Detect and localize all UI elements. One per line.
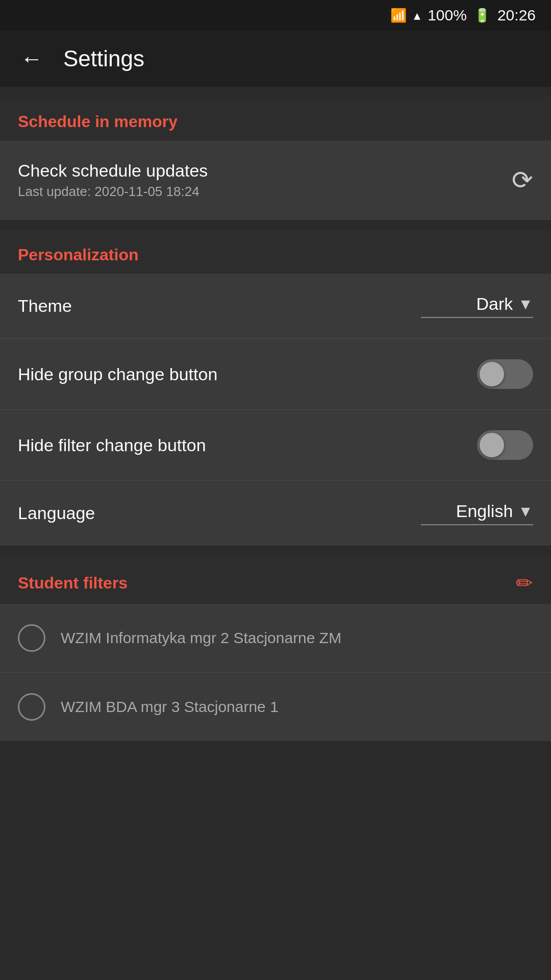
edit-filters-icon[interactable]: ✏: [516, 571, 533, 595]
language-dropdown[interactable]: English ▼: [421, 501, 533, 525]
filter-label-2: WZIM BDA mgr 3 Stacjonarne 1: [61, 698, 533, 716]
filter-radio-2[interactable]: [18, 693, 45, 721]
battery-icon: 🔋: [474, 8, 490, 23]
student-filters-section-header: Student filters ✏: [0, 556, 551, 604]
hide-filter-title: Hide filter change button: [18, 435, 477, 455]
check-schedule-title: Check schedule updates: [18, 161, 512, 181]
hide-group-toggle-thumb: [480, 362, 504, 386]
hide-group-title: Hide group change button: [18, 364, 477, 384]
time-text: 20:26: [497, 7, 536, 24]
schedule-settings-group: Check schedule updates Last update: 2020…: [0, 140, 551, 220]
theme-value: Dark: [477, 294, 513, 314]
language-dropdown-arrow: ▼: [518, 503, 533, 520]
page-title: Settings: [63, 46, 144, 71]
check-schedule-left: Check schedule updates Last update: 2020…: [18, 161, 512, 200]
theme-dropdown-arrow: ▼: [518, 296, 533, 313]
filter-label-1: WZIM Informatyka mgr 2 Stacjonarne ZM: [61, 629, 533, 647]
theme-left: Theme: [18, 296, 421, 316]
hide-group-toggle-track: [477, 359, 533, 389]
personalization-section-title: Personalization: [18, 246, 533, 264]
language-left: Language: [18, 503, 421, 523]
hide-group-left: Hide group change button: [18, 364, 477, 384]
wifi-icon: 📶: [390, 8, 407, 23]
app-bar: ← Settings: [0, 31, 551, 87]
gap-3: [0, 546, 551, 556]
battery-text: 100%: [428, 7, 467, 24]
hide-filter-toggle-thumb: [480, 433, 504, 457]
check-schedule-updates-item[interactable]: Check schedule updates Last update: 2020…: [0, 140, 551, 220]
personalization-section-header: Personalization: [0, 230, 551, 274]
hide-filter-toggle[interactable]: [477, 430, 533, 460]
hide-group-item[interactable]: Hide group change button: [0, 339, 551, 410]
schedule-section-header: Schedule in memory: [0, 97, 551, 140]
schedule-section-title: Schedule in memory: [18, 112, 533, 131]
gap-1: [0, 87, 551, 97]
language-value: English: [456, 501, 513, 521]
hide-filter-left: Hide filter change button: [18, 435, 477, 455]
back-button[interactable]: ←: [15, 41, 48, 77]
refresh-icon[interactable]: ⟳: [512, 165, 533, 195]
theme-title: Theme: [18, 296, 421, 316]
student-filters-group: WZIM Informatyka mgr 2 Stacjonarne ZM WZ…: [0, 604, 551, 741]
personalization-settings-group: Theme Dark ▼ Hide group change button Hi…: [0, 274, 551, 546]
filter-radio-1[interactable]: [18, 624, 45, 652]
theme-dropdown[interactable]: Dark ▼: [421, 294, 533, 318]
status-bar: 📶 ▴ 100% 🔋 20:26: [0, 0, 551, 31]
student-filters-section-title: Student filters: [18, 574, 128, 593]
language-item[interactable]: Language English ▼: [0, 481, 551, 546]
hide-filter-item[interactable]: Hide filter change button: [0, 410, 551, 481]
status-icons: 📶 ▴ 100% 🔋 20:26: [390, 7, 536, 24]
hide-group-toggle[interactable]: [477, 359, 533, 389]
theme-item[interactable]: Theme Dark ▼: [0, 274, 551, 339]
filter-item-1[interactable]: WZIM Informatyka mgr 2 Stacjonarne ZM: [0, 604, 551, 673]
filter-item-2[interactable]: WZIM BDA mgr 3 Stacjonarne 1: [0, 673, 551, 741]
language-title: Language: [18, 503, 421, 523]
hide-filter-toggle-track: [477, 430, 533, 460]
check-schedule-subtitle: Last update: 2020-11-05 18:24: [18, 184, 512, 200]
signal-icon: ▴: [414, 8, 420, 23]
gap-2: [0, 220, 551, 230]
